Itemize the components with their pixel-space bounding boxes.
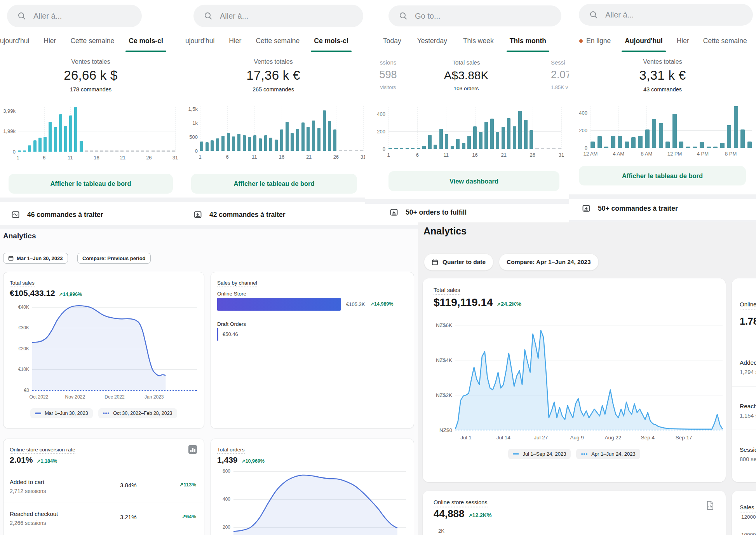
total-orders-line-chart bbox=[233, 469, 406, 535]
total-sales-stat: Total sales A$3.88K 103 orders bbox=[412, 59, 521, 91]
card-title[interactable]: Online store conversion rate bbox=[10, 447, 75, 454]
compare-button[interactable]: Compare: Previous period bbox=[77, 253, 151, 264]
solid-line-swatch-icon bbox=[513, 453, 519, 455]
orders-to-fulfill-link[interactable]: 46 commandes à traiter bbox=[11, 210, 103, 219]
search-placeholder: Go to... bbox=[415, 12, 441, 21]
y-axis-labels: 4002000 bbox=[570, 106, 587, 148]
channel-label: Draft Orders bbox=[217, 321, 246, 327]
dotted-line-swatch-icon: ••• bbox=[581, 453, 588, 455]
y-axis-label: 100000 bbox=[741, 532, 756, 535]
card-title[interactable]: Sales by bbox=[740, 504, 756, 512]
tab-yesterday[interactable]: Yesterday bbox=[417, 37, 447, 45]
bar-chart-icon[interactable] bbox=[188, 445, 197, 454]
sessions-stat-partial: ssions 598 visitors bbox=[365, 59, 413, 90]
card-title[interactable]: Online store sessions bbox=[434, 499, 488, 507]
trend-up-badge: 1,184% bbox=[37, 458, 57, 464]
tab-yesterday[interactable]: Hier bbox=[229, 37, 241, 45]
sales-by-card-partial: Sales by 120000 100000 bbox=[732, 491, 756, 535]
orders-to-fulfill-link[interactable]: 50+ commandes à traiter bbox=[582, 204, 678, 213]
orders-to-fulfill-link[interactable]: 50+ orders to fulfill bbox=[389, 208, 467, 217]
tab-today[interactable]: Aujourd'hui bbox=[625, 37, 662, 45]
card-title[interactable]: Online st bbox=[740, 301, 756, 309]
total-sales-line-chart bbox=[455, 322, 723, 430]
stat-sub: 43 commandes bbox=[569, 86, 756, 93]
tab-this-month[interactable]: This month bbox=[510, 37, 546, 45]
tab-this-week[interactable]: This week bbox=[463, 37, 494, 45]
search-icon bbox=[204, 11, 213, 21]
date-range-button[interactable]: Mar 1–Jun 30, 2023 bbox=[3, 253, 68, 264]
view-dashboard-button[interactable]: Afficher le tableau de bord bbox=[579, 166, 746, 185]
tab-yesterday[interactable]: Hier bbox=[677, 37, 689, 45]
stat-value: A$3.88K bbox=[412, 69, 521, 82]
tab-this-month[interactable]: Ce mois-ci bbox=[129, 37, 163, 45]
channel-label: Online Store bbox=[217, 291, 246, 297]
funnel-step-label: Added t bbox=[740, 359, 756, 366]
y-axis-labels: 4002000 bbox=[368, 107, 385, 149]
funnel-step-sessions: 2,712 sessions bbox=[10, 488, 46, 494]
row-divider bbox=[732, 386, 756, 386]
stat-sub: visitors bbox=[365, 84, 413, 90]
search-icon bbox=[17, 11, 26, 21]
search-input[interactable]: Go to... bbox=[388, 5, 561, 26]
search-icon bbox=[589, 10, 598, 19]
chart-legend: Mar 1–Jun 30, 2023 •••Oct 30, 2022–Feb 2… bbox=[3, 408, 204, 418]
section-divider bbox=[181, 198, 365, 202]
tab-today[interactable]: ujourd'hui bbox=[185, 37, 214, 45]
conversion-rate-value: 2.01% bbox=[10, 455, 33, 465]
section-divider bbox=[0, 225, 418, 229]
page-title: Analytics bbox=[3, 232, 36, 240]
date-range-tabs: Today Yesterday This week This month bbox=[383, 37, 546, 45]
x-axis-labels: 161116212631 bbox=[18, 155, 175, 163]
card-title[interactable]: Total sales bbox=[434, 287, 460, 295]
date-range-tabs: ujourd'hui Hier Cette semaine Ce mois-ci bbox=[0, 37, 163, 45]
compare-button[interactable]: Compare: Apr 1–Jun 24, 2023 bbox=[499, 254, 599, 271]
channel-bar bbox=[217, 328, 218, 341]
stat-label: Ventes totales bbox=[569, 58, 756, 65]
conversion-rate-card: Online store conversion rate 2.01% 1,184… bbox=[3, 439, 204, 535]
online-label: En ligne bbox=[586, 37, 611, 45]
view-dashboard-button[interactable]: Afficher le tableau de bord bbox=[9, 174, 173, 194]
card-title[interactable]: Total orders bbox=[217, 447, 245, 454]
trend-up-badge: 24.2K% bbox=[497, 301, 521, 307]
y-axis-labels: NZ$6KNZ$4KNZ$2KNZ$0 bbox=[428, 322, 452, 430]
search-input[interactable]: Aller à... bbox=[7, 5, 142, 27]
sales-bar-chart bbox=[200, 106, 363, 151]
tab-this-week[interactable]: Cette semaine bbox=[703, 37, 747, 45]
report-doc-icon[interactable] bbox=[706, 501, 714, 510]
row-divider bbox=[732, 430, 756, 430]
fulfill-tray-icon bbox=[582, 204, 591, 213]
x-axis-labels: 161116212631 bbox=[388, 152, 561, 160]
channel-value: €50.46 bbox=[223, 331, 238, 337]
stat-value: 17,36 k € bbox=[181, 68, 365, 83]
tab-this-week[interactable]: Cette semaine bbox=[70, 37, 114, 45]
row-divider bbox=[3, 502, 204, 502]
view-dashboard-button[interactable]: Afficher le tableau de bord bbox=[191, 174, 357, 194]
tab-this-week[interactable]: Cette semaine bbox=[256, 37, 300, 45]
section-divider bbox=[569, 194, 756, 199]
tab-today[interactable]: Today bbox=[383, 37, 401, 45]
funnel-step-label: Reached checkout bbox=[10, 511, 58, 517]
orders-label: 46 commandes à traiter bbox=[27, 211, 103, 219]
orders-label: 42 commandes à traiter bbox=[209, 211, 286, 219]
tab-today[interactable]: ujourd'hui bbox=[0, 37, 29, 45]
tab-yesterday[interactable]: Hier bbox=[44, 37, 56, 45]
card-title[interactable]: Total sales bbox=[10, 280, 35, 287]
search-input[interactable]: Aller à... bbox=[193, 5, 363, 27]
sales-bar-chart bbox=[18, 107, 175, 152]
view-dashboard-button[interactable]: View dashboard bbox=[388, 171, 559, 191]
sessions-stat-partial: Sessi 2.07 1.85K v bbox=[551, 59, 569, 90]
date-range-tabs: ujourd'hui Hier Cette semaine Ce mois-ci bbox=[185, 37, 348, 45]
tab-live-visitors[interactable]: En ligne bbox=[579, 37, 611, 45]
card-title[interactable]: Sales by channel bbox=[217, 280, 257, 287]
analytics-section-left: Analytics Mar 1–Jun 30, 2023 Compare: Pr… bbox=[0, 229, 418, 535]
search-input[interactable]: Aller à... bbox=[579, 4, 753, 26]
orders-to-fulfill-link[interactable]: 42 commandes à traiter bbox=[193, 210, 286, 219]
x-axis-labels: Oct 2022Nov 2022Dec 2022Jan 2023 bbox=[32, 394, 197, 402]
stat-label: Sessi bbox=[551, 59, 569, 66]
date-range-label: Quarter to date bbox=[442, 259, 486, 266]
view-dashboard-label: Afficher le tableau de bord bbox=[233, 180, 314, 187]
tab-this-month[interactable]: Ce mois-ci bbox=[314, 37, 348, 45]
date-range-button[interactable]: Quarter to date bbox=[424, 254, 493, 271]
sales-bar-chart bbox=[388, 107, 561, 149]
stat-label: ssions bbox=[365, 59, 413, 66]
